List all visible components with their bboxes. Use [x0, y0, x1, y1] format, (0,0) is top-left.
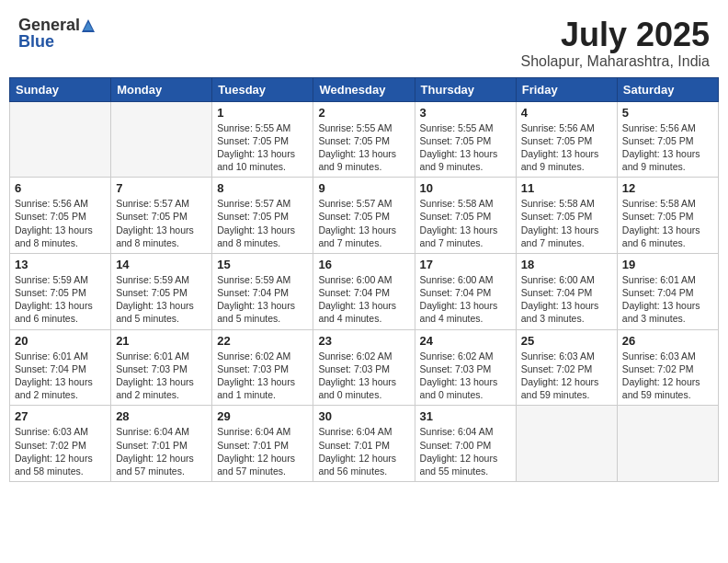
- calendar-cell: 14Sunrise: 5:59 AM Sunset: 7:05 PM Dayli…: [111, 253, 212, 329]
- day-number: 14: [116, 258, 207, 271]
- day-number: 31: [420, 409, 511, 423]
- day-number: 6: [15, 181, 106, 195]
- calendar-cell: [111, 101, 212, 178]
- day-number: 5: [622, 106, 713, 120]
- day-info: Sunrise: 6:02 AM Sunset: 7:03 PM Dayligh…: [217, 350, 308, 402]
- day-info: Sunrise: 6:04 AM Sunset: 7:01 PM Dayligh…: [318, 425, 409, 477]
- day-info: Sunrise: 5:58 AM Sunset: 7:05 PM Dayligh…: [420, 197, 511, 249]
- calendar-cell: 7Sunrise: 5:57 AM Sunset: 7:05 PM Daylig…: [111, 178, 212, 254]
- calendar-cell: [516, 406, 617, 482]
- day-info: Sunrise: 6:04 AM Sunset: 7:01 PM Dayligh…: [116, 425, 207, 477]
- calendar-cell: 11Sunrise: 5:58 AM Sunset: 7:05 PM Dayli…: [516, 178, 617, 254]
- calendar-week-row-5: 27Sunrise: 6:03 AM Sunset: 7:02 PM Dayli…: [10, 406, 719, 482]
- calendar-cell: 30Sunrise: 6:04 AM Sunset: 7:01 PM Dayli…: [313, 406, 415, 482]
- day-number: 10: [420, 181, 511, 195]
- location-title: Sholapur, Maharashtra, India: [521, 53, 710, 70]
- day-number: 13: [15, 258, 106, 271]
- calendar-cell: 8Sunrise: 5:57 AM Sunset: 7:05 PM Daylig…: [212, 178, 313, 254]
- month-title: July 2025: [521, 17, 710, 53]
- day-number: 12: [622, 181, 713, 195]
- calendar-cell: 23Sunrise: 6:02 AM Sunset: 7:03 PM Dayli…: [313, 329, 415, 406]
- logo-icon: [80, 17, 97, 34]
- day-info: Sunrise: 6:01 AM Sunset: 7:03 PM Dayligh…: [116, 350, 207, 402]
- day-info: Sunrise: 6:02 AM Sunset: 7:03 PM Dayligh…: [420, 350, 511, 402]
- day-number: 7: [116, 181, 207, 195]
- day-info: Sunrise: 6:03 AM Sunset: 7:02 PM Dayligh…: [521, 350, 612, 402]
- day-number: 29: [217, 409, 308, 423]
- calendar-cell: [10, 101, 111, 178]
- page-header: General Blue July 2025 Sholapur, Maharas…: [9, 9, 719, 74]
- day-info: Sunrise: 5:55 AM Sunset: 7:05 PM Dayligh…: [318, 121, 409, 174]
- day-info: Sunrise: 6:04 AM Sunset: 7:00 PM Dayligh…: [420, 425, 511, 477]
- day-number: 20: [15, 334, 106, 348]
- day-info: Sunrise: 6:03 AM Sunset: 7:02 PM Dayligh…: [15, 425, 106, 477]
- title-block: July 2025 Sholapur, Maharashtra, India: [521, 17, 710, 70]
- calendar-cell: 5Sunrise: 5:56 AM Sunset: 7:05 PM Daylig…: [617, 101, 718, 178]
- day-info: Sunrise: 6:02 AM Sunset: 7:03 PM Dayligh…: [318, 350, 409, 402]
- day-info: Sunrise: 5:57 AM Sunset: 7:05 PM Dayligh…: [318, 197, 409, 249]
- day-number: 19: [622, 258, 713, 271]
- calendar-cell: 19Sunrise: 6:01 AM Sunset: 7:04 PM Dayli…: [617, 253, 718, 329]
- day-info: Sunrise: 5:59 AM Sunset: 7:04 PM Dayligh…: [217, 273, 308, 326]
- day-info: Sunrise: 6:00 AM Sunset: 7:04 PM Dayligh…: [420, 273, 511, 326]
- calendar-week-row-2: 6Sunrise: 5:56 AM Sunset: 7:05 PM Daylig…: [10, 178, 719, 254]
- calendar-header-row: SundayMondayTuesdayWednesdayThursdayFrid…: [10, 77, 719, 101]
- day-number: 3: [420, 106, 511, 120]
- calendar-header-monday: Monday: [111, 77, 212, 101]
- calendar-header-sunday: Sunday: [10, 77, 111, 101]
- day-info: Sunrise: 6:00 AM Sunset: 7:04 PM Dayligh…: [521, 273, 612, 326]
- day-info: Sunrise: 5:59 AM Sunset: 7:05 PM Dayligh…: [116, 273, 207, 326]
- day-number: 2: [318, 106, 409, 120]
- calendar-cell: 27Sunrise: 6:03 AM Sunset: 7:02 PM Dayli…: [10, 406, 111, 482]
- calendar-cell: 18Sunrise: 6:00 AM Sunset: 7:04 PM Dayli…: [516, 253, 617, 329]
- calendar-cell: 24Sunrise: 6:02 AM Sunset: 7:03 PM Dayli…: [415, 329, 516, 406]
- calendar-cell: 10Sunrise: 5:58 AM Sunset: 7:05 PM Dayli…: [415, 178, 516, 254]
- day-info: Sunrise: 5:59 AM Sunset: 7:05 PM Dayligh…: [15, 273, 106, 326]
- calendar-cell: 3Sunrise: 5:55 AM Sunset: 7:05 PM Daylig…: [415, 101, 516, 178]
- calendar-cell: 13Sunrise: 5:59 AM Sunset: 7:05 PM Dayli…: [10, 253, 111, 329]
- day-info: Sunrise: 5:55 AM Sunset: 7:05 PM Dayligh…: [217, 121, 308, 174]
- day-number: 17: [420, 258, 511, 271]
- day-number: 9: [318, 181, 409, 195]
- calendar-week-row-3: 13Sunrise: 5:59 AM Sunset: 7:05 PM Dayli…: [10, 253, 719, 329]
- day-number: 1: [217, 106, 308, 120]
- calendar-cell: 31Sunrise: 6:04 AM Sunset: 7:00 PM Dayli…: [415, 406, 516, 482]
- calendar-cell: 28Sunrise: 6:04 AM Sunset: 7:01 PM Dayli…: [111, 406, 212, 482]
- day-number: 23: [318, 334, 409, 348]
- day-info: Sunrise: 6:00 AM Sunset: 7:04 PM Dayligh…: [318, 273, 409, 326]
- calendar-cell: 2Sunrise: 5:55 AM Sunset: 7:05 PM Daylig…: [313, 101, 415, 178]
- calendar-cell: 29Sunrise: 6:04 AM Sunset: 7:01 PM Dayli…: [212, 406, 313, 482]
- calendar-cell: 25Sunrise: 6:03 AM Sunset: 7:02 PM Dayli…: [516, 329, 617, 406]
- day-number: 15: [217, 258, 308, 271]
- day-number: 21: [116, 334, 207, 348]
- calendar-cell: 22Sunrise: 6:02 AM Sunset: 7:03 PM Dayli…: [212, 329, 313, 406]
- calendar-cell: 9Sunrise: 5:57 AM Sunset: 7:05 PM Daylig…: [313, 178, 415, 254]
- day-info: Sunrise: 5:56 AM Sunset: 7:05 PM Dayligh…: [622, 121, 713, 174]
- day-number: 28: [116, 409, 207, 423]
- calendar-header-friday: Friday: [516, 77, 617, 101]
- day-number: 16: [318, 258, 409, 271]
- day-info: Sunrise: 5:56 AM Sunset: 7:05 PM Dayligh…: [521, 121, 612, 174]
- day-info: Sunrise: 5:58 AM Sunset: 7:05 PM Dayligh…: [521, 197, 612, 249]
- calendar-cell: 15Sunrise: 5:59 AM Sunset: 7:04 PM Dayli…: [212, 253, 313, 329]
- logo-blue-text: Blue: [18, 32, 54, 51]
- day-number: 27: [15, 409, 106, 423]
- logo: General Blue: [18, 17, 97, 52]
- day-number: 8: [217, 181, 308, 195]
- day-info: Sunrise: 6:04 AM Sunset: 7:01 PM Dayligh…: [217, 425, 308, 477]
- calendar-table: SundayMondayTuesdayWednesdayThursdayFrid…: [9, 77, 719, 482]
- calendar-cell: 21Sunrise: 6:01 AM Sunset: 7:03 PM Dayli…: [111, 329, 212, 406]
- calendar-header-saturday: Saturday: [617, 77, 718, 101]
- calendar-header-thursday: Thursday: [415, 77, 516, 101]
- calendar-cell: 16Sunrise: 6:00 AM Sunset: 7:04 PM Dayli…: [313, 253, 415, 329]
- day-info: Sunrise: 5:56 AM Sunset: 7:05 PM Dayligh…: [15, 197, 106, 249]
- calendar-cell: 20Sunrise: 6:01 AM Sunset: 7:04 PM Dayli…: [10, 329, 111, 406]
- calendar-header-wednesday: Wednesday: [313, 77, 415, 101]
- day-number: 26: [622, 334, 713, 348]
- day-info: Sunrise: 5:58 AM Sunset: 7:05 PM Dayligh…: [622, 197, 713, 249]
- calendar-cell: 6Sunrise: 5:56 AM Sunset: 7:05 PM Daylig…: [10, 178, 111, 254]
- day-info: Sunrise: 5:57 AM Sunset: 7:05 PM Dayligh…: [116, 197, 207, 249]
- day-info: Sunrise: 5:55 AM Sunset: 7:05 PM Dayligh…: [420, 121, 511, 174]
- calendar-cell: 4Sunrise: 5:56 AM Sunset: 7:05 PM Daylig…: [516, 101, 617, 178]
- day-info: Sunrise: 6:01 AM Sunset: 7:04 PM Dayligh…: [622, 273, 713, 326]
